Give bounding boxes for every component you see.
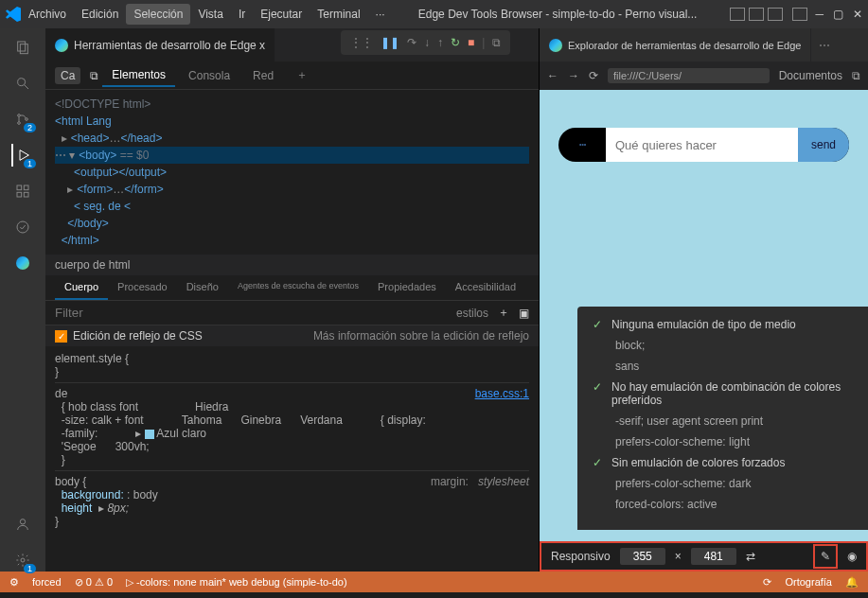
title-bar: Archivo Edición Selección Vista Ir Ejecu…: [0, 0, 868, 28]
wand-icon[interactable]: ✎: [813, 544, 838, 569]
layout-1-icon[interactable]: [730, 8, 745, 21]
svg-rect-10: [17, 192, 22, 197]
svg-rect-8: [17, 185, 22, 190]
subtab-elementos[interactable]: Elementos: [102, 64, 175, 87]
test-icon[interactable]: [11, 216, 34, 238]
check-icon: ✓: [593, 456, 602, 469]
explorer-icon[interactable]: [11, 36, 34, 59]
mirror-label: Edición de reflejo de CSS: [73, 329, 203, 343]
panel-accesibilidad[interactable]: Accesibilidad: [446, 275, 525, 300]
step-out-icon[interactable]: ↑: [437, 36, 443, 49]
subtab-consola[interactable]: Consola: [179, 65, 239, 86]
menu-terminal[interactable]: Terminal: [310, 4, 367, 25]
inspect-ca[interactable]: Ca: [55, 67, 80, 84]
menu: Archivo Edición Selección Vista Ir Ejecu…: [21, 4, 393, 25]
source-control-icon[interactable]: 2: [11, 108, 34, 131]
tab-more-icon[interactable]: ⋯: [811, 39, 838, 52]
settings-gear-icon[interactable]: 1: [11, 549, 34, 572]
svg-point-13: [20, 519, 25, 524]
svg-point-4: [18, 114, 21, 117]
mirror-more-link[interactable]: Más información sobre la edición de refl…: [313, 329, 529, 343]
new-style-icon[interactable]: ＋: [498, 305, 509, 321]
tab-label: Herramientas de desarrollo de Edge x: [74, 39, 265, 52]
reload-icon[interactable]: ⟳: [589, 69, 598, 82]
remote-icon[interactable]: ⚙: [9, 576, 19, 589]
vscode-logo-icon: [6, 7, 21, 22]
status-sync-icon[interactable]: ⟳: [763, 576, 771, 589]
todo-input[interactable]: [606, 128, 798, 162]
status-bell-icon[interactable]: 🔔: [845, 576, 859, 589]
layout-4-icon[interactable]: [792, 8, 807, 21]
menu-more[interactable]: ···: [368, 4, 393, 25]
menu-seleccion[interactable]: Selección: [126, 4, 190, 25]
edge-tools-icon[interactable]: [11, 252, 34, 274]
panel-diseno[interactable]: Diseño: [177, 275, 228, 300]
restart-icon[interactable]: ↻: [451, 36, 460, 49]
svg-rect-1: [20, 44, 27, 54]
subtab-red[interactable]: Red: [243, 65, 283, 86]
mirror-checkbox[interactable]: ✓: [55, 330, 67, 343]
window-title: Edge Dev Tools Browser - simple-to-do - …: [418, 8, 698, 21]
activity-bar: 2 1 1: [0, 28, 45, 572]
width-input[interactable]: 355: [620, 548, 665, 565]
step-into-icon[interactable]: ↓: [424, 36, 430, 49]
account-icon[interactable]: [11, 513, 34, 536]
svg-point-14: [21, 558, 25, 562]
emul-forced[interactable]: Sin emulación de colores forzados: [611, 456, 785, 469]
panel-procesado[interactable]: Procesado: [108, 275, 177, 300]
menu-archivo[interactable]: Archivo: [21, 4, 74, 25]
layout-2-icon[interactable]: [749, 8, 764, 21]
drag-handle-icon[interactable]: ⋮⋮: [350, 36, 373, 49]
tab-browser[interactable]: Explorador de herramientas de desarrollo…: [540, 28, 811, 62]
panel-cuerpo[interactable]: Cuerpo: [55, 275, 108, 300]
breadcrumb[interactable]: cuerpo de html: [45, 255, 539, 275]
back-icon[interactable]: ←: [547, 69, 558, 82]
more-icon[interactable]: ▣: [519, 307, 529, 320]
estilos-label: estilos: [456, 307, 488, 320]
menu-edicion[interactable]: Edición: [74, 4, 126, 25]
send-button[interactable]: send: [798, 128, 849, 162]
stop-icon[interactable]: ■: [468, 36, 474, 49]
tab-label: Explorador de herramientas de desarrollo…: [568, 40, 801, 51]
rotate-icon[interactable]: ⇄: [746, 550, 755, 563]
filter-input[interactable]: [55, 306, 447, 320]
svg-rect-0: [18, 42, 26, 51]
height-input[interactable]: 481: [691, 548, 736, 565]
minimize-icon[interactable]: ─: [815, 8, 824, 21]
subtab-add[interactable]: ＋: [287, 63, 317, 87]
run-debug-icon[interactable]: 1: [11, 144, 34, 167]
tab-devtools[interactable]: Herramientas de desarrollo de Edge x: [45, 28, 275, 62]
layout-3-icon[interactable]: [768, 8, 783, 21]
eye-icon[interactable]: ◉: [847, 550, 857, 563]
svg-point-5: [18, 122, 21, 125]
emul-colors[interactable]: No hay emulación de combinación de color…: [611, 380, 853, 407]
devtools-icon[interactable]: ⧉: [492, 36, 501, 49]
styles-pane[interactable]: element.style {} debase.css:1 { hob clas…: [45, 346, 539, 572]
status-forced[interactable]: forced: [32, 576, 62, 588]
menu-vista[interactable]: Vista: [190, 4, 230, 25]
close-icon[interactable]: ✕: [853, 8, 862, 21]
base-css-link[interactable]: base.css:1: [475, 387, 529, 400]
pause-icon[interactable]: ❚❚: [381, 36, 399, 49]
step-over-icon[interactable]: ↷: [407, 36, 416, 49]
menu-ejecutar[interactable]: Ejecutar: [253, 4, 310, 25]
device-icon[interactable]: ⧉: [90, 69, 98, 82]
status-ortografia[interactable]: Ortografía: [785, 576, 832, 588]
emul-media[interactable]: Ninguna emulación de tipo de medio: [611, 318, 796, 331]
search-icon[interactable]: [11, 72, 34, 95]
edge-icon: [55, 39, 68, 52]
dom-tree[interactable]: <!DOCTYPE html> <html Lang ▸<head>…</hea…: [45, 90, 539, 255]
svg-rect-11: [24, 192, 28, 197]
panel-agentes[interactable]: Agentes de escucha de eventos: [228, 275, 368, 300]
maximize-icon[interactable]: ▢: [833, 8, 843, 21]
url-input[interactable]: file:///C:/Users/: [608, 68, 770, 83]
forward-icon[interactable]: →: [568, 69, 579, 82]
menu-ir[interactable]: Ir: [231, 4, 253, 25]
popout-icon[interactable]: ⧉: [852, 69, 860, 82]
extensions-icon[interactable]: [11, 180, 34, 202]
edge-icon: [549, 39, 562, 52]
panel-propiedades[interactable]: Propiedades: [368, 275, 446, 300]
responsive-bar: Responsivo 355 × 481 ⇄ ✎ ◉: [540, 541, 868, 572]
responsive-dropdown[interactable]: Responsivo: [551, 550, 611, 563]
status-debug[interactable]: ▷ -colors: none main* web debug (simple-…: [126, 576, 347, 589]
